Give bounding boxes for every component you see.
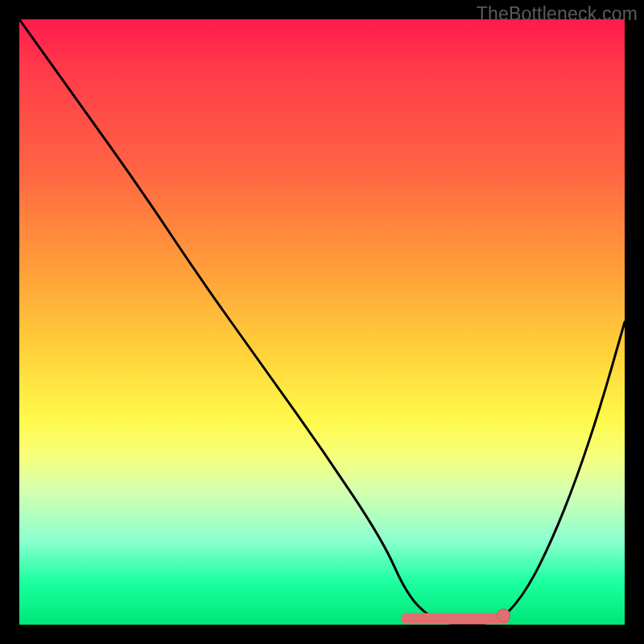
curve-path: [19, 19, 625, 625]
watermark-text: TheBottleneck.com: [477, 3, 638, 25]
chart-svg: [19, 19, 625, 625]
bottleneck-curve-line: [19, 19, 625, 625]
chart-frame: TheBottleneck.com: [0, 0, 644, 644]
svg-point-1: [497, 609, 510, 621]
